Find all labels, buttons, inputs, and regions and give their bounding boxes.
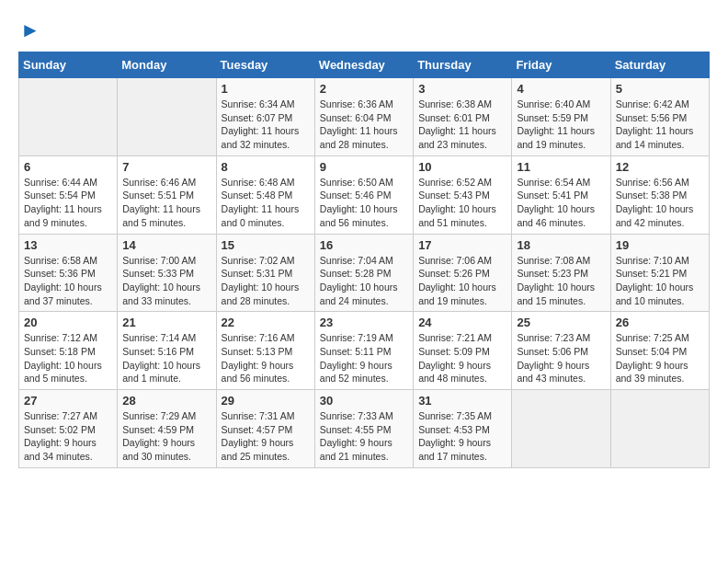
cell-info: Sunrise: 6:36 AMSunset: 6:04 PMDaylight:… (320, 98, 398, 150)
week-row-3: 13Sunrise: 6:58 AMSunset: 5:36 PMDayligh… (19, 234, 710, 312)
cell-info: Sunrise: 6:34 AMSunset: 6:07 PMDaylight:… (222, 98, 300, 150)
cell-info: Sunrise: 7:14 AMSunset: 5:16 PMDaylight:… (122, 332, 200, 384)
calendar-cell: 1Sunrise: 6:34 AMSunset: 6:07 PMDaylight… (216, 78, 314, 156)
cell-info: Sunrise: 6:40 AMSunset: 5:59 PMDaylight:… (517, 98, 595, 150)
calendar-cell: 29Sunrise: 7:31 AMSunset: 4:57 PMDayligh… (216, 390, 314, 468)
day-number: 6 (24, 160, 112, 174)
col-header-saturday: Saturday (610, 52, 709, 78)
day-number: 5 (616, 82, 704, 96)
calendar-cell: 27Sunrise: 7:27 AMSunset: 5:02 PMDayligh… (19, 390, 118, 468)
col-header-tuesday: Tuesday (216, 52, 314, 78)
cell-info: Sunrise: 6:42 AMSunset: 5:56 PMDaylight:… (616, 98, 694, 150)
logo: ► (18, 18, 40, 42)
day-number: 1 (222, 82, 310, 96)
calendar-cell: 25Sunrise: 7:23 AMSunset: 5:06 PMDayligh… (512, 312, 610, 390)
day-number: 16 (320, 238, 408, 252)
calendar-cell: 19Sunrise: 7:10 AMSunset: 5:21 PMDayligh… (610, 234, 709, 312)
cell-info: Sunrise: 6:54 AMSunset: 5:41 PMDaylight:… (517, 177, 595, 228)
calendar-cell: 17Sunrise: 7:06 AMSunset: 5:26 PMDayligh… (414, 234, 512, 312)
cell-info: Sunrise: 6:50 AMSunset: 5:46 PMDaylight:… (320, 177, 398, 228)
calendar-cell (118, 78, 216, 156)
cell-info: Sunrise: 6:56 AMSunset: 5:38 PMDaylight:… (616, 177, 694, 228)
day-number: 29 (222, 394, 310, 408)
day-number: 23 (320, 316, 408, 329)
day-number: 21 (122, 316, 210, 329)
cell-info: Sunrise: 6:46 AMSunset: 5:51 PMDaylight:… (122, 177, 200, 228)
calendar-cell: 6Sunrise: 6:44 AMSunset: 5:54 PMDaylight… (19, 155, 118, 234)
day-number: 3 (418, 82, 506, 96)
day-number: 19 (616, 238, 704, 252)
calendar-cell: 24Sunrise: 7:21 AMSunset: 5:09 PMDayligh… (414, 312, 512, 390)
calendar-cell: 15Sunrise: 7:02 AMSunset: 5:31 PMDayligh… (216, 234, 314, 312)
calendar-cell: 22Sunrise: 7:16 AMSunset: 5:13 PMDayligh… (216, 312, 314, 390)
calendar-cell: 20Sunrise: 7:12 AMSunset: 5:18 PMDayligh… (19, 312, 118, 390)
day-number: 22 (222, 316, 310, 329)
calendar-cell: 21Sunrise: 7:14 AMSunset: 5:16 PMDayligh… (118, 312, 216, 390)
calendar-cell: 18Sunrise: 7:08 AMSunset: 5:23 PMDayligh… (512, 234, 610, 312)
cell-info: Sunrise: 7:23 AMSunset: 5:06 PMDaylight:… (517, 332, 590, 384)
cell-info: Sunrise: 7:21 AMSunset: 5:09 PMDaylight:… (418, 332, 492, 384)
calendar-cell: 12Sunrise: 6:56 AMSunset: 5:38 PMDayligh… (610, 155, 709, 234)
calendar-cell (610, 390, 709, 468)
day-number: 10 (418, 160, 506, 174)
day-number: 18 (517, 238, 605, 252)
day-number: 12 (616, 160, 704, 174)
cell-info: Sunrise: 7:19 AMSunset: 5:11 PMDaylight:… (320, 332, 393, 384)
day-number: 2 (320, 82, 408, 96)
calendar-table: SundayMondayTuesdayWednesdayThursdayFrid… (18, 52, 710, 468)
day-number: 15 (222, 238, 310, 252)
calendar-cell: 23Sunrise: 7:19 AMSunset: 5:11 PMDayligh… (314, 312, 413, 390)
col-header-sunday: Sunday (19, 52, 118, 78)
cell-info: Sunrise: 7:25 AMSunset: 5:04 PMDaylight:… (616, 332, 689, 384)
calendar-cell (512, 390, 610, 468)
calendar-cell: 30Sunrise: 7:33 AMSunset: 4:55 PMDayligh… (314, 390, 413, 468)
page-header: ► (18, 18, 710, 42)
day-number: 9 (320, 160, 408, 174)
week-row-4: 20Sunrise: 7:12 AMSunset: 5:18 PMDayligh… (19, 312, 710, 390)
cell-info: Sunrise: 6:52 AMSunset: 5:43 PMDaylight:… (418, 177, 496, 228)
cell-info: Sunrise: 6:38 AMSunset: 6:01 PMDaylight:… (418, 98, 496, 150)
week-row-5: 27Sunrise: 7:27 AMSunset: 5:02 PMDayligh… (19, 390, 710, 468)
cell-info: Sunrise: 7:33 AMSunset: 4:55 PMDaylight:… (320, 410, 393, 462)
cell-info: Sunrise: 7:08 AMSunset: 5:23 PMDaylight:… (517, 255, 595, 306)
day-number: 30 (320, 394, 408, 408)
cell-info: Sunrise: 7:27 AMSunset: 5:02 PMDaylight:… (24, 410, 97, 462)
calendar-cell: 11Sunrise: 6:54 AMSunset: 5:41 PMDayligh… (512, 155, 610, 234)
day-number: 17 (418, 238, 506, 252)
cell-info: Sunrise: 7:12 AMSunset: 5:18 PMDaylight:… (24, 332, 102, 384)
cell-info: Sunrise: 6:48 AMSunset: 5:48 PMDaylight:… (222, 177, 300, 228)
calendar-cell: 31Sunrise: 7:35 AMSunset: 4:53 PMDayligh… (414, 390, 512, 468)
calendar-cell: 7Sunrise: 6:46 AMSunset: 5:51 PMDaylight… (118, 155, 216, 234)
calendar-cell: 4Sunrise: 6:40 AMSunset: 5:59 PMDaylight… (512, 78, 610, 156)
day-number: 4 (517, 82, 605, 96)
cell-info: Sunrise: 7:02 AMSunset: 5:31 PMDaylight:… (222, 255, 300, 306)
calendar-cell: 28Sunrise: 7:29 AMSunset: 4:59 PMDayligh… (118, 390, 216, 468)
calendar-cell: 16Sunrise: 7:04 AMSunset: 5:28 PMDayligh… (314, 234, 413, 312)
col-header-monday: Monday (118, 52, 216, 78)
header-row: SundayMondayTuesdayWednesdayThursdayFrid… (19, 52, 710, 78)
day-number: 24 (418, 316, 506, 329)
cell-info: Sunrise: 6:58 AMSunset: 5:36 PMDaylight:… (24, 255, 102, 306)
day-number: 14 (122, 238, 210, 252)
day-number: 28 (122, 394, 210, 408)
logo-arrow-icon: ► (20, 18, 40, 42)
calendar-cell: 26Sunrise: 7:25 AMSunset: 5:04 PMDayligh… (610, 312, 709, 390)
calendar-cell: 13Sunrise: 6:58 AMSunset: 5:36 PMDayligh… (19, 234, 118, 312)
calendar-cell: 14Sunrise: 7:00 AMSunset: 5:33 PMDayligh… (118, 234, 216, 312)
day-number: 25 (517, 316, 605, 329)
day-number: 11 (517, 160, 605, 174)
calendar-cell: 2Sunrise: 6:36 AMSunset: 6:04 PMDaylight… (314, 78, 413, 156)
col-header-thursday: Thursday (414, 52, 512, 78)
cell-info: Sunrise: 7:29 AMSunset: 4:59 PMDaylight:… (122, 410, 196, 462)
col-header-friday: Friday (512, 52, 610, 78)
day-number: 8 (222, 160, 310, 174)
cell-info: Sunrise: 7:04 AMSunset: 5:28 PMDaylight:… (320, 255, 398, 306)
cell-info: Sunrise: 7:35 AMSunset: 4:53 PMDaylight:… (418, 410, 492, 462)
cell-info: Sunrise: 7:06 AMSunset: 5:26 PMDaylight:… (418, 255, 496, 306)
cell-info: Sunrise: 7:10 AMSunset: 5:21 PMDaylight:… (616, 255, 694, 306)
calendar-cell: 10Sunrise: 6:52 AMSunset: 5:43 PMDayligh… (414, 155, 512, 234)
day-number: 13 (24, 238, 112, 252)
day-number: 7 (122, 160, 210, 174)
calendar-cell: 5Sunrise: 6:42 AMSunset: 5:56 PMDaylight… (610, 78, 709, 156)
day-number: 20 (24, 316, 112, 329)
